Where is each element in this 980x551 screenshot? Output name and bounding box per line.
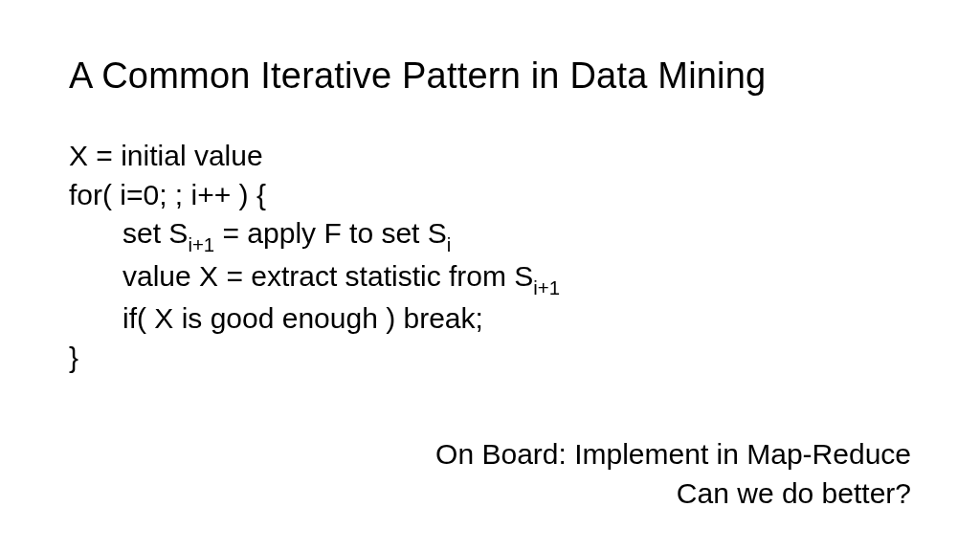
code-line-5: if( X is good enough ) break;	[69, 299, 911, 339]
subscript: i+1	[188, 234, 214, 255]
slide-title: A Common Iterative Pattern in Data Minin…	[69, 55, 911, 97]
slide: A Common Iterative Pattern in Data Minin…	[0, 0, 980, 551]
slide-body: X = initial value for( i=0; ; i++ ) { se…	[69, 137, 911, 377]
subscript: i+1	[533, 277, 560, 298]
footer-line-1: On Board: Implement in Map-Reduce	[435, 435, 911, 474]
slide-footer: On Board: Implement in Map-Reduce Can we…	[435, 435, 911, 513]
text-fragment: value X = extract statistic from S	[122, 260, 533, 292]
code-line-4: value X = extract statistic from Si+1	[69, 257, 911, 300]
code-line-2: for( i=0; ; i++ ) {	[69, 176, 911, 215]
subscript: i	[447, 234, 452, 255]
footer-line-2: Can we do better?	[435, 474, 911, 514]
code-line-6: }	[69, 339, 911, 378]
text-fragment: = apply F to set S	[214, 217, 447, 249]
text-fragment: set S	[122, 217, 188, 249]
code-line-3: set Si+1 = apply F to set Si	[69, 214, 911, 257]
code-line-1: X = initial value	[69, 137, 911, 176]
